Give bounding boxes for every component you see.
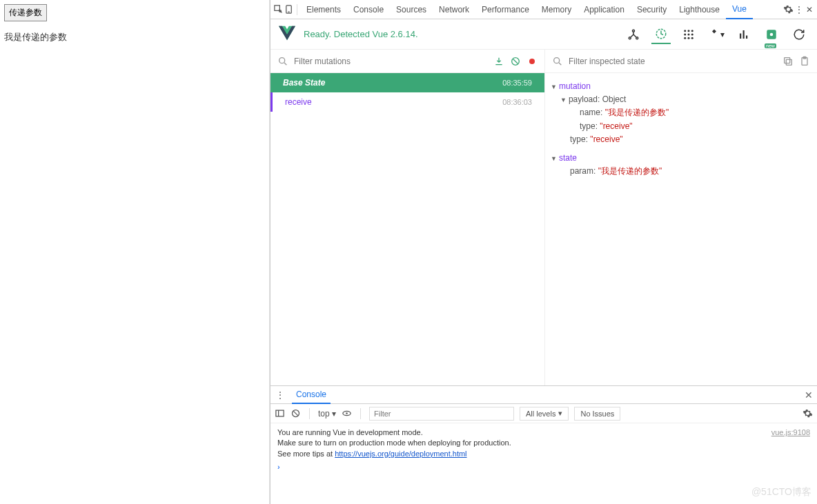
log-levels-selector[interactable]: All levels ▾: [520, 407, 569, 421]
svg-point-15: [691, 37, 693, 39]
tab-elements[interactable]: Elements: [300, 0, 347, 19]
svg-point-12: [691, 33, 693, 35]
perf-tool-icon[interactable]: [734, 25, 754, 44]
mutation-receive[interactable]: receive 08:36:03: [270, 92, 544, 112]
console-msg-line: You are running Vue in development mode.: [277, 428, 423, 436]
param-output-text: 我是传递的参数: [4, 31, 265, 43]
search-icon: [277, 56, 288, 67]
filter-mutations-input[interactable]: [294, 57, 488, 66]
app-viewport: 传递参数 我是传递的参数: [0, 0, 270, 504]
drawer-more-icon[interactable]: ⋮: [275, 390, 285, 400]
revert-all-icon[interactable]: [510, 56, 521, 67]
svg-rect-16: [740, 33, 741, 39]
svg-rect-30: [785, 57, 790, 63]
tab-network[interactable]: Network: [433, 0, 475, 19]
mutation-type-row: type: "receive": [551, 133, 811, 146]
state-param-row: param: "我是传递的参数": [551, 165, 811, 178]
live-expression-icon[interactable]: [342, 408, 352, 419]
filter-state-input[interactable]: [569, 57, 777, 66]
settings-tool-icon[interactable]: [762, 25, 781, 44]
svg-line-36: [293, 411, 297, 415]
devtools-panel: Elements Console Sources Network Perform…: [270, 0, 817, 504]
state-tree: ▼mutation ▼payload: Object name: "我是传递的参…: [545, 73, 817, 185]
svg-point-38: [346, 412, 348, 414]
routing-tool-icon[interactable]: ▾: [707, 25, 726, 44]
divider: [360, 408, 361, 419]
vuex-tool-icon[interactable]: [651, 25, 671, 44]
device-toggle-icon[interactable]: [284, 4, 294, 14]
divider: [297, 4, 297, 15]
console-drawer: ⋮ Console ✕ top ▾ All levels ▾ No Issues…: [270, 385, 817, 504]
state-filter-row: [545, 50, 817, 73]
more-menu-icon[interactable]: ⋮: [794, 4, 804, 14]
svg-point-3: [633, 30, 635, 32]
console-settings-icon[interactable]: [803, 408, 813, 419]
svg-point-27: [554, 57, 560, 63]
close-devtools-icon[interactable]: ✕: [804, 4, 814, 14]
send-param-button[interactable]: 传递参数: [4, 4, 47, 21]
mutation-time: 08:35:59: [502, 79, 532, 87]
console-toolbar: top ▾ All levels ▾ No Issues: [270, 404, 817, 423]
tab-performance[interactable]: Performance: [475, 0, 535, 19]
svg-point-9: [691, 30, 693, 32]
console-msg-line: Make sure to turn on production mode whe…: [277, 439, 511, 447]
events-tool-icon[interactable]: [679, 25, 698, 44]
console-source-link[interactable]: vue.js:9108: [771, 427, 810, 438]
context-selector[interactable]: top ▾: [318, 409, 336, 419]
record-icon[interactable]: [526, 56, 538, 67]
mutation-label: Base State: [283, 78, 325, 88]
clipboard-icon[interactable]: [799, 56, 810, 67]
tab-lighthouse[interactable]: Lighthouse: [673, 0, 726, 19]
svg-line-28: [559, 63, 561, 65]
tab-security[interactable]: Security: [631, 0, 673, 19]
devtools-tabbar: Elements Console Sources Network Perform…: [270, 0, 817, 19]
vue-logo-icon: [279, 25, 295, 43]
clear-console-icon[interactable]: [291, 408, 301, 419]
mutation-time: 08:36:03: [502, 98, 532, 106]
svg-line-22: [284, 63, 286, 65]
svg-line-25: [513, 59, 518, 63]
payload-type-row: type: "receive": [551, 120, 811, 133]
mutation-label: receive: [285, 97, 312, 107]
vue-tool-icons: ▾: [624, 25, 809, 44]
svg-point-4: [629, 37, 631, 39]
svg-rect-18: [746, 35, 747, 39]
svg-point-13: [684, 37, 686, 39]
svg-point-5: [636, 37, 638, 39]
console-output: vue.js:9108 You are running Vue in devel…: [270, 423, 817, 504]
svg-rect-33: [276, 410, 284, 416]
mutation-node[interactable]: ▼mutation: [551, 80, 811, 93]
copy-icon[interactable]: [782, 56, 794, 67]
console-prompt-icon[interactable]: ›: [277, 463, 280, 471]
tab-sources[interactable]: Sources: [390, 0, 433, 19]
vue-status-text: Ready. Detected Vue 2.6.14.: [304, 29, 418, 39]
tab-vue[interactable]: Vue: [726, 0, 753, 19]
console-sidebar-toggle-icon[interactable]: [275, 408, 285, 419]
svg-point-21: [279, 57, 285, 63]
commit-all-icon[interactable]: [493, 56, 504, 67]
tab-memory[interactable]: Memory: [535, 0, 578, 19]
search-icon: [552, 56, 563, 67]
mutation-base-state[interactable]: Base State 08:35:59: [270, 73, 544, 92]
payload-node[interactable]: ▼payload: Object: [551, 93, 811, 106]
tab-console[interactable]: Console: [347, 0, 390, 19]
svg-rect-17: [743, 30, 745, 39]
watermark: @51CTO博客: [751, 486, 811, 498]
state-node[interactable]: ▼state: [551, 152, 811, 165]
console-filter-input[interactable]: [369, 407, 514, 421]
inspect-element-icon[interactable]: [273, 4, 284, 14]
drawer-tabbar: ⋮ Console ✕: [270, 386, 817, 404]
vue-body: Base State 08:35:59 receive 08:36:03 ▼mu…: [270, 50, 817, 385]
svg-point-26: [529, 59, 535, 64]
svg-point-11: [688, 33, 690, 35]
inspected-state-column: ▼mutation ▼payload: Object name: "我是传递的参…: [545, 50, 817, 385]
components-tool-icon[interactable]: [624, 25, 643, 44]
tab-application[interactable]: Application: [578, 0, 631, 19]
drawer-tab-console[interactable]: Console: [292, 386, 331, 404]
settings-gear-icon[interactable]: [783, 4, 794, 14]
refresh-icon[interactable]: [789, 25, 809, 44]
issues-selector[interactable]: No Issues: [574, 407, 620, 421]
svg-point-7: [684, 30, 686, 32]
drawer-close-icon[interactable]: ✕: [805, 390, 813, 401]
console-deployment-link[interactable]: https://vuejs.org/guide/deployment.html: [335, 450, 466, 458]
